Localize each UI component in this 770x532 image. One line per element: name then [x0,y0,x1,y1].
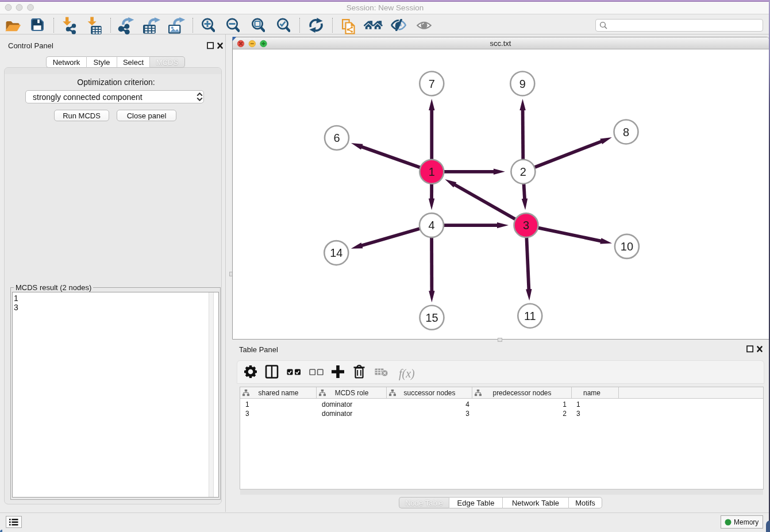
svg-text:9: 9 [519,77,525,90]
svg-text:14: 14 [330,246,342,259]
svg-text:15: 15 [425,311,438,323]
svg-text:11: 11 [523,309,536,322]
svg-text:7: 7 [428,77,434,90]
svg-text:2: 2 [519,165,526,178]
svg-text:10: 10 [620,240,633,252]
svg-text:1: 1 [428,165,434,178]
svg-text:8: 8 [622,125,629,138]
svg-text:6: 6 [333,132,340,144]
svg-text:3: 3 [522,219,529,232]
svg-text:4: 4 [428,219,434,232]
